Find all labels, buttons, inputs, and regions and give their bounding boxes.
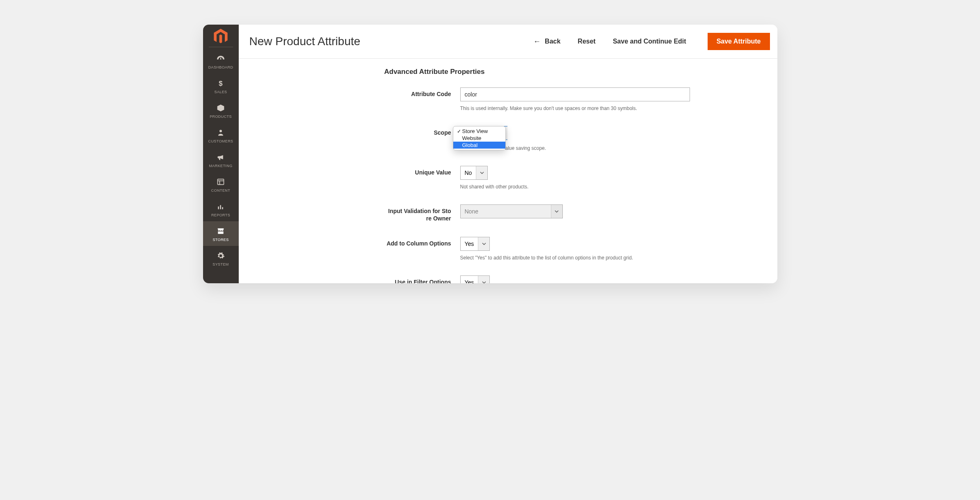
field-note: Not shared with other products. [460,184,777,190]
field-label: Input Validation for Sto re Owner [239,204,460,222]
field-label: Unique Value [239,166,460,176]
field-label-line: Input Validation for Sto [388,208,451,214]
megaphone-icon [216,152,226,162]
field-label: Add to Column Options [239,237,460,247]
save-continue-button[interactable]: Save and Continue Edit [613,38,686,45]
main-content: New Product Attribute ← Back Reset Save … [239,25,777,283]
sidebar-item-label: REPORTS [211,213,230,217]
store-icon [216,226,226,236]
field-label: Use in Filter Options [239,275,460,283]
sidebar-item-dashboard[interactable]: DASHBOARD [203,49,239,73]
field-note: This is used internally. Make sure you d… [460,106,777,111]
reset-button-label: Reset [578,38,596,45]
page-header: New Product Attribute ← Back Reset Save … [239,25,777,59]
input-validation-select: None [460,204,563,218]
sidebar-item-reports[interactable]: REPORTS [203,197,239,221]
section-title: Advanced Attribute Properties [384,68,777,76]
check-icon: ✓ [456,128,462,134]
field-label-line: re Owner [426,215,451,222]
use-in-filter-select-value: Yes [461,276,478,283]
scope-option-global[interactable]: Global [453,142,505,149]
back-button[interactable]: ← Back [533,38,560,45]
admin-sidebar: DASHBOARD $ SALES PRODUCTS CUSTOMERS MAR… [203,25,239,283]
page-actions: ← Back Reset Save and Continue Edit Save… [533,33,770,50]
sidebar-item-label: CONTENT [211,188,230,193]
svg-text:$: $ [219,80,223,87]
save-continue-button-label: Save and Continue Edit [613,38,686,45]
chevron-down-icon [478,237,489,250]
svg-rect-6 [220,205,221,209]
scope-option-label: Global [462,142,478,148]
gauge-icon [216,54,226,64]
use-in-filter-select[interactable]: Yes [460,275,490,283]
scope-dropdown-popup: ✓ Store View Website Global [453,126,506,150]
field-label: Scope [239,126,460,136]
add-to-column-select-value: Yes [461,237,478,250]
sidebar-item-sales[interactable]: $ SALES [203,73,239,98]
arrow-left-icon: ← [533,38,541,45]
scope-option-store-view[interactable]: ✓ Store View [453,128,505,135]
field-note: Select "Yes" to add this attribute to th… [460,255,777,261]
sidebar-item-products[interactable]: PRODUCTS [203,98,239,123]
field-attribute-code: Attribute Code This is used internally. … [239,87,777,111]
back-button-label: Back [545,38,560,45]
svg-rect-5 [218,206,219,209]
field-note-text: alue saving scope. [505,145,546,151]
sidebar-item-label: DASHBOARD [208,65,233,69]
layout-icon [216,177,226,187]
scope-option-label: Store View [462,128,488,134]
sidebar-item-label: STORES [212,238,228,242]
sidebar-item-label: PRODUCTS [210,115,232,119]
chevron-down-icon [476,166,487,179]
sidebar-item-label: SALES [214,90,227,94]
sidebar-item-label: SYSTEM [212,262,228,266]
svg-rect-7 [222,207,223,209]
sidebar-item-content[interactable]: CONTENT [203,172,239,197]
reset-button[interactable]: Reset [578,38,596,45]
save-attribute-button[interactable]: Save Attribute [708,33,770,50]
sidebar-item-stores[interactable]: STORES [203,221,239,246]
svg-rect-2 [218,179,224,184]
form-area: Advanced Attribute Properties Attribute … [239,59,777,283]
sidebar-item-marketing[interactable]: MARKETING [203,147,239,172]
sidebar-item-system[interactable]: SYSTEM [203,246,239,271]
input-validation-select-value: None [461,205,551,218]
add-to-column-select[interactable]: Yes [460,237,490,251]
field-input-validation: Input Validation for Sto re Owner None [239,204,777,222]
page-title: New Product Attribute [249,35,534,48]
scope-option-label: Website [462,135,482,141]
bar-chart-icon [216,202,226,211]
field-label: Attribute Code [239,87,460,97]
svg-point-1 [219,130,222,132]
sidebar-divider [209,47,233,47]
magento-logo[interactable] [203,25,239,47]
save-attribute-button-label: Save Attribute [717,38,761,45]
unique-value-select[interactable]: No [460,166,488,180]
field-use-in-filter: Use in Filter Options Yes Select "Yes" t… [239,275,777,283]
field-scope: Scope ✓ [239,126,777,151]
sidebar-item-label: MARKETING [209,164,232,168]
sidebar-item-customers[interactable]: CUSTOMERS [203,123,239,147]
gear-icon [216,251,226,261]
chevron-down-icon [551,205,562,218]
scope-option-website[interactable]: Website [453,135,505,142]
unique-value-select-value: No [461,166,476,179]
admin-app-window: DASHBOARD $ SALES PRODUCTS CUSTOMERS MAR… [203,25,777,283]
field-unique-value: Unique Value No Not shared with other pr… [239,166,777,190]
field-add-to-column: Add to Column Options Yes Select "Yes" t… [239,237,777,261]
person-icon [216,128,226,138]
attribute-code-input[interactable] [460,87,690,101]
field-note: alue saving scope. [460,145,777,151]
sidebar-item-label: CUSTOMERS [208,139,233,143]
dollar-icon: $ [216,78,226,88]
chevron-down-icon [478,276,489,283]
box-icon [216,103,226,113]
